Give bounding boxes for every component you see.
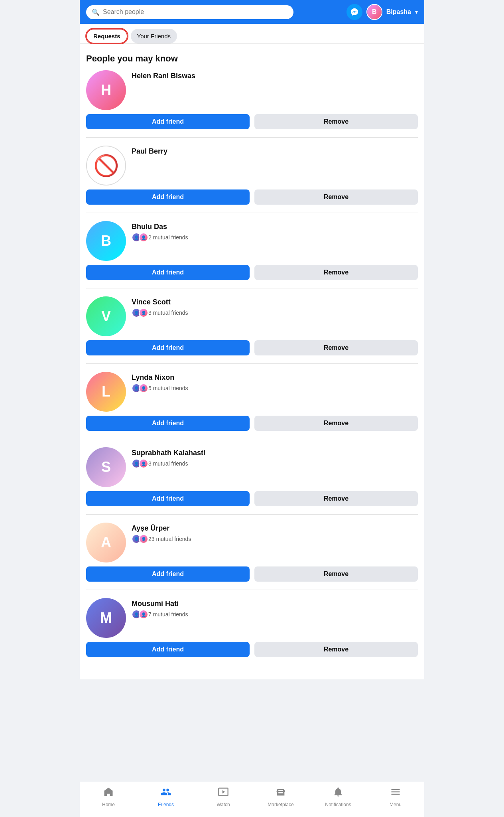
person-card: B Bhulu Das 👤 👤 2 mutual friends Add fri… [86, 221, 418, 288]
mutual-friends: 👤 👤 2 mutual friends [132, 233, 418, 242]
add-friend-button[interactable]: Add friend [86, 416, 250, 431]
avatar-placeholder: H [86, 70, 126, 110]
person-card: A Ayşe Ürper 👤 👤 23 mutual friends Add f… [86, 523, 418, 590]
person-actions: Add friend Remove [86, 114, 418, 129]
add-friend-button[interactable]: Add friend [86, 340, 250, 355]
mutual-avatar-2: 👤 [139, 610, 148, 619]
avatar-placeholder: V [86, 296, 126, 336]
person-avatar: A [86, 523, 126, 562]
person-avatar: V [86, 296, 126, 336]
mutual-avatar-2: 👤 [139, 308, 148, 318]
person-name: Paul Berry [132, 147, 418, 156]
remove-button[interactable]: Remove [254, 114, 418, 129]
person-name: Suprabhath Kalahasti [132, 449, 418, 457]
person-avatar: L [86, 372, 126, 412]
mutual-friends-text: 23 mutual friends [148, 536, 191, 542]
mutual-friends: 👤 👤 3 mutual friends [132, 459, 418, 468]
tab-your-friends[interactable]: Your Friends [131, 29, 177, 43]
messenger-button[interactable] [346, 4, 362, 20]
mutual-friends-text: 3 mutual friends [148, 460, 188, 467]
person-name: Mousumi Hati [132, 600, 418, 608]
add-friend-button[interactable]: Add friend [86, 642, 250, 657]
person-info-row: 🚫 Paul Berry [86, 146, 418, 186]
mutual-avatars: 👤 👤 [132, 610, 146, 619]
remove-button[interactable]: Remove [254, 491, 418, 506]
person-details: Helen Rani Biswas [132, 70, 418, 82]
person-details: Vince Scott 👤 👤 3 mutual friends [132, 296, 418, 318]
add-friend-button[interactable]: Add friend [86, 566, 250, 582]
person-card: M Mousumi Hati 👤 👤 7 mutual friends Add … [86, 598, 418, 665]
tabs-container: Requests Your Friends [80, 24, 424, 44]
person-name: Lynda Nixon [132, 373, 418, 382]
avatar-placeholder: L [86, 372, 126, 412]
mutual-friends-text: 2 mutual friends [148, 234, 188, 241]
person-actions: Add friend Remove [86, 416, 418, 431]
people-list: H Helen Rani Biswas Add friend Remove 🚫 … [86, 70, 418, 665]
mutual-friends: 👤 👤 3 mutual friends [132, 308, 418, 318]
avatar-placeholder: M [86, 598, 126, 638]
add-friend-button[interactable]: Add friend [86, 491, 250, 506]
add-friend-button[interactable]: Add friend [86, 189, 250, 205]
person-card: S Suprabhath Kalahasti 👤 👤 3 mutual frie… [86, 447, 418, 515]
person-avatar: M [86, 598, 126, 638]
remove-button[interactable]: Remove [254, 566, 418, 582]
avatar-placeholder: A [86, 523, 126, 562]
person-card: 🚫 Paul Berry Add friend Remove [86, 146, 418, 213]
person-card: H Helen Rani Biswas Add friend Remove [86, 70, 418, 138]
mutual-avatar-2: 👤 [139, 383, 148, 393]
person-name: Ayşe Ürper [132, 524, 418, 533]
mutual-avatars: 👤 👤 [132, 459, 146, 468]
remove-button[interactable]: Remove [254, 642, 418, 657]
person-info-row: M Mousumi Hati 👤 👤 7 mutual friends [86, 598, 418, 638]
person-avatar: B [86, 221, 126, 261]
mutual-friends-text: 7 mutual friends [148, 611, 188, 618]
person-details: Mousumi Hati 👤 👤 7 mutual friends [132, 598, 418, 619]
person-info-row: B Bhulu Das 👤 👤 2 mutual friends [86, 221, 418, 261]
mutual-avatars: 👤 👤 [132, 534, 146, 544]
mutual-avatars: 👤 👤 [132, 233, 146, 242]
person-avatar: S [86, 447, 126, 487]
remove-button[interactable]: Remove [254, 340, 418, 355]
person-name: Helen Rani Biswas [132, 72, 418, 80]
mutual-avatars: 👤 👤 [132, 308, 146, 318]
person-info-row: A Ayşe Ürper 👤 👤 23 mutual friends [86, 523, 418, 562]
header: 🔍 B Bipasha ▾ [80, 0, 424, 24]
add-friend-button[interactable]: Add friend [86, 265, 250, 280]
mutual-friends: 👤 👤 7 mutual friends [132, 610, 418, 619]
add-friend-button[interactable]: Add friend [86, 114, 250, 129]
person-card: L Lynda Nixon 👤 👤 5 mutual friends Add f… [86, 372, 418, 439]
person-info-row: S Suprabhath Kalahasti 👤 👤 3 mutual frie… [86, 447, 418, 487]
mutual-friends: 👤 👤 23 mutual friends [132, 534, 418, 544]
person-actions: Add friend Remove [86, 265, 418, 280]
person-details: Paul Berry [132, 146, 418, 157]
person-card: V Vince Scott 👤 👤 3 mutual friends Add f… [86, 296, 418, 364]
remove-button[interactable]: Remove [254, 189, 418, 205]
search-input[interactable] [103, 8, 288, 16]
remove-button[interactable]: Remove [254, 416, 418, 431]
dropdown-arrow-icon[interactable]: ▾ [415, 9, 418, 15]
tab-requests[interactable]: Requests [86, 29, 128, 43]
person-details: Lynda Nixon 👤 👤 5 mutual friends [132, 372, 418, 393]
person-actions: Add friend Remove [86, 340, 418, 355]
person-name: Bhulu Das [132, 223, 418, 231]
person-info-row: V Vince Scott 👤 👤 3 mutual friends [86, 296, 418, 336]
avatar[interactable]: B [366, 4, 382, 20]
mutual-avatar-2: 👤 [139, 459, 148, 468]
mutual-friends: 👤 👤 5 mutual friends [132, 383, 418, 393]
person-details: Suprabhath Kalahasti 👤 👤 3 mutual friend… [132, 447, 418, 468]
main-content: People you may know H Helen Rani Biswas … [80, 44, 424, 679]
header-right: B Bipasha ▾ [346, 4, 418, 20]
mutual-friends-text: 3 mutual friends [148, 310, 188, 316]
person-details: Ayşe Ürper 👤 👤 23 mutual friends [132, 523, 418, 544]
remove-button[interactable]: Remove [254, 265, 418, 280]
person-info-row: H Helen Rani Biswas [86, 70, 418, 110]
avatar-placeholder: B [367, 5, 382, 19]
mutual-avatar-2: 👤 [139, 534, 148, 544]
search-bar[interactable]: 🔍 [86, 5, 293, 19]
person-info-row: L Lynda Nixon 👤 👤 5 mutual friends [86, 372, 418, 412]
person-details: Bhulu Das 👤 👤 2 mutual friends [132, 221, 418, 242]
person-actions: Add friend Remove [86, 189, 418, 205]
username-label: Bipasha [386, 8, 411, 16]
person-actions: Add friend Remove [86, 566, 418, 582]
mutual-friends-text: 5 mutual friends [148, 385, 188, 391]
